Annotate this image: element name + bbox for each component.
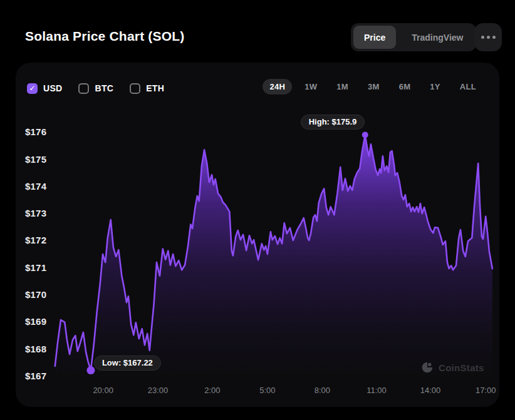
high-tooltip: High: $175.9 [301,115,365,130]
low-tooltip-label: Low: $167.22 [102,358,153,367]
low-tooltip: Low: $167.22 [94,356,161,371]
chart-card: ✓USDBTCETH 24H1W1M3M6M1YALL $176$175$174… [16,63,499,407]
header: Solana Price Chart (SOL) PriceTradingVie… [0,0,515,63]
range-button-1w[interactable]: 1W [298,79,324,95]
watermark-label: CoinStats [439,362,484,373]
range-button-1y[interactable]: 1Y [423,79,447,95]
checkmark-icon: ✓ [29,85,35,92]
currency-toggles: ✓USDBTCETH [27,79,164,98]
y-axis-label: $169 [25,316,46,327]
high-dot [362,132,368,138]
coinstats-logo-icon [421,361,434,374]
solana-price-page: Solana Price Chart (SOL) PriceTradingVie… [0,0,515,420]
currency-toggle-btc[interactable]: BTC [78,83,113,94]
coinstats-watermark: CoinStats [421,361,484,374]
x-axis-label: 17:00 [467,386,504,395]
range-button-3m[interactable]: 3M [361,79,387,95]
range-button-24h[interactable]: 24H [263,79,292,95]
currency-toggle-eth[interactable]: ETH [130,83,164,94]
y-axis-label: $173 [25,208,46,218]
x-axis-label: 23:00 [139,386,177,395]
chart-svg [53,121,495,381]
range-button-all[interactable]: ALL [453,79,483,95]
unchecked-checkbox-icon[interactable] [78,83,89,94]
x-axis-label: 14:00 [412,386,449,395]
low-dot [86,366,95,374]
page-title: Solana Price Chart (SOL) [25,29,185,44]
y-axis-label: $168 [25,344,46,354]
view-option-price[interactable]: Price [353,26,396,49]
checked-checkbox-icon[interactable]: ✓ [27,83,38,94]
y-axis-label: $170 [25,289,46,300]
ellipsis-icon [492,36,496,39]
y-axis-label: $167 [25,371,46,381]
view-toggle: PriceTradingView [351,23,476,51]
unchecked-checkbox-icon[interactable] [130,83,140,94]
more-menu-button[interactable] [474,23,502,51]
x-axis-label: 2:00 [194,386,231,395]
y-axis-label: $175 [25,154,46,165]
x-axis-label: 11:00 [358,386,395,395]
currency-label: BTC [95,83,113,93]
high-tooltip-label: High: $175.9 [309,117,357,126]
range-button-1m[interactable]: 1M [330,79,355,95]
ellipsis-icon [487,36,490,39]
time-range-selector: 24H1W1M3M6M1YALL [263,78,483,95]
x-axis: 20:0023:002:005:008:0011:0014:0017:00 [53,386,495,396]
ellipsis-icon [481,36,484,39]
currency-label: USD [43,83,62,93]
range-button-6m[interactable]: 6M [392,79,418,95]
view-option-tradingview[interactable]: TradingView [401,26,474,49]
price-chart[interactable] [53,121,495,381]
currency-toggle-usd[interactable]: ✓USD [27,83,62,94]
x-axis-label: 8:00 [303,386,341,395]
y-axis-label: $176 [25,126,46,137]
currency-label: ETH [146,83,164,93]
y-axis: $176$175$174$173$172$171$170$169$168$167 [25,121,54,381]
y-axis-label: $174 [25,181,46,192]
y-axis-label: $172 [25,235,46,245]
y-axis-label: $171 [25,262,46,273]
price-area [55,135,492,381]
x-axis-label: 5:00 [249,386,286,395]
x-axis-label: 20:00 [85,386,122,395]
